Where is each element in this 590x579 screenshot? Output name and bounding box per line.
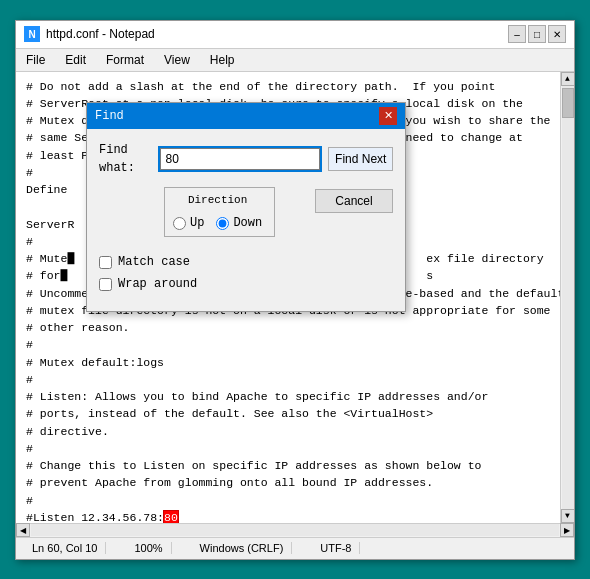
- line-18: #: [26, 371, 564, 388]
- line-25: #: [26, 492, 564, 509]
- dialog-title-bar: Find ✕: [87, 103, 405, 129]
- window-title: httpd.conf - Notepad: [46, 27, 508, 41]
- line-19: # Listen: Allows you to bind Apache to s…: [26, 388, 564, 405]
- up-label: Up: [190, 214, 204, 232]
- wrap-around-label: Wrap around: [118, 275, 197, 293]
- direction-section: Direction Up Down: [99, 187, 315, 246]
- down-label: Down: [233, 214, 262, 232]
- line-22: #: [26, 440, 564, 457]
- line-23: # Change this to Listen on specific IP a…: [26, 457, 564, 474]
- line-21: # directive.: [26, 423, 564, 440]
- close-button[interactable]: ✕: [548, 25, 566, 43]
- find-what-row: Find what: Find Next: [99, 141, 393, 177]
- find-what-label: Find what:: [99, 141, 152, 177]
- app-icon: N: [24, 26, 40, 42]
- line-15: # other reason.: [26, 319, 564, 336]
- menu-view[interactable]: View: [158, 51, 196, 69]
- highlight-1: 80: [164, 511, 178, 523]
- dialog-close-button[interactable]: ✕: [379, 107, 397, 125]
- line-17: # Mutex default:logs: [26, 354, 564, 371]
- text-editor[interactable]: # Do not add a slash at the end of the d…: [16, 72, 574, 523]
- line-ending: Windows (CRLF): [192, 542, 293, 554]
- menu-file[interactable]: File: [20, 51, 51, 69]
- status-bar: Ln 60, Col 10 100% Windows (CRLF) UTF-8: [16, 537, 574, 559]
- down-option[interactable]: Down: [216, 214, 262, 232]
- find-dialog: Find ✕ Find what: Find Next Direct: [86, 102, 406, 313]
- up-option[interactable]: Up: [173, 214, 204, 232]
- scroll-track[interactable]: [562, 86, 574, 509]
- radio-row: Up Down: [173, 214, 262, 232]
- find-next-button[interactable]: Find Next: [328, 147, 393, 171]
- menu-help[interactable]: Help: [204, 51, 241, 69]
- h-scroll-track[interactable]: [31, 524, 559, 536]
- up-radio[interactable]: [173, 217, 186, 230]
- find-what-input[interactable]: [160, 148, 320, 170]
- menu-format[interactable]: Format: [100, 51, 150, 69]
- cancel-button[interactable]: Cancel: [315, 189, 393, 213]
- content-area: # Do not add a slash at the end of the d…: [16, 72, 574, 537]
- dialog-title: Find: [95, 107, 124, 125]
- line-20: # ports, instead of the default. See als…: [26, 405, 564, 422]
- down-radio[interactable]: [216, 217, 229, 230]
- line-26: #Listen 12.34.56.78:80: [26, 509, 564, 523]
- direction-and-cancel: Direction Up Down: [99, 187, 393, 246]
- window-controls: – □ ✕: [508, 25, 566, 43]
- direction-group: Direction Up Down: [164, 187, 275, 238]
- title-bar: N httpd.conf - Notepad – □ ✕: [16, 21, 574, 49]
- notepad-window: N httpd.conf - Notepad – □ ✕ File Edit F…: [15, 20, 575, 560]
- encoding: UTF-8: [312, 542, 360, 554]
- match-case-checkbox[interactable]: [99, 256, 112, 269]
- scroll-thumb[interactable]: [562, 88, 574, 118]
- direction-label: Direction: [173, 192, 262, 209]
- line-24: # prevent Apache from glomming onto all …: [26, 474, 564, 491]
- match-case-option[interactable]: Match case: [99, 253, 393, 271]
- menu-edit[interactable]: Edit: [59, 51, 92, 69]
- scroll-right-arrow[interactable]: ▶: [560, 523, 574, 537]
- scroll-down-arrow[interactable]: ▼: [561, 509, 575, 523]
- wrap-around-checkbox[interactable]: [99, 278, 112, 291]
- app-icon-text: N: [28, 29, 35, 40]
- zoom-level: 100%: [126, 542, 171, 554]
- menu-bar: File Edit Format View Help: [16, 49, 574, 72]
- line-1: # Do not add a slash at the end of the d…: [26, 78, 564, 95]
- vertical-scrollbar[interactable]: ▲ ▼: [560, 72, 574, 523]
- cursor-position: Ln 60, Col 10: [24, 542, 106, 554]
- line-16: #: [26, 336, 564, 353]
- scroll-up-arrow[interactable]: ▲: [561, 72, 575, 86]
- horizontal-scrollbar[interactable]: ◀ ▶: [16, 523, 574, 537]
- options-section: Match case Wrap around: [99, 253, 393, 293]
- match-case-label: Match case: [118, 253, 190, 271]
- scroll-left-arrow[interactable]: ◀: [16, 523, 30, 537]
- wrap-around-option[interactable]: Wrap around: [99, 275, 393, 293]
- dialog-body: Find what: Find Next Direction: [87, 129, 405, 312]
- minimize-button[interactable]: –: [508, 25, 526, 43]
- maximize-button[interactable]: □: [528, 25, 546, 43]
